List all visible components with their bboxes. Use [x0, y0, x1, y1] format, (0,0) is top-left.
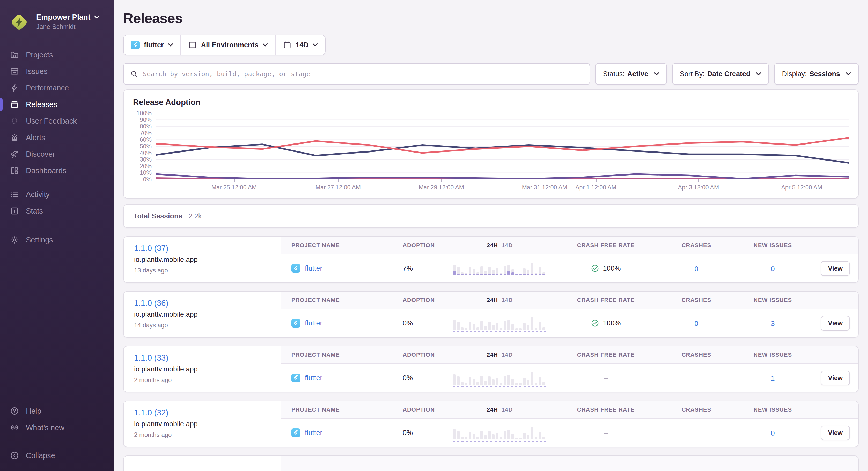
toggle-14d[interactable]: 14D	[501, 406, 513, 413]
sidebar-item-label: Releases	[26, 100, 57, 109]
release-version-link[interactable]: 1.1.0 (37)	[134, 244, 168, 253]
project-filter-label: flutter	[144, 41, 164, 49]
toggle-14d[interactable]: 14D	[501, 242, 513, 249]
view-button[interactable]: View	[820, 316, 850, 331]
display-dropdown[interactable]: Display: Sessions	[774, 63, 859, 85]
release-card: 1.1.0 (36) io.planttv.mobile.app 14 days…	[123, 291, 859, 338]
project-link[interactable]: flutter	[305, 319, 322, 327]
y-tick: 70%	[140, 130, 152, 136]
chart-title: Release Adoption	[133, 98, 849, 107]
search-input[interactable]: Search by version, build, package, or st…	[123, 63, 590, 85]
flutter-icon	[291, 319, 300, 328]
date-range-filter-label: 14D	[296, 41, 309, 49]
chevron-down-icon	[756, 72, 761, 76]
project-link[interactable]: flutter	[305, 429, 322, 437]
sidebar-item-projects[interactable]: Projects	[0, 46, 114, 63]
app: Empower Plant Jane Schmidt Projects Issu…	[0, 0, 868, 471]
activity-icon	[10, 190, 19, 199]
sidebar-nav-secondary: Activity Stats	[0, 186, 114, 219]
sidebar-item-stats[interactable]: Stats	[0, 203, 114, 219]
y-tick: 20%	[140, 163, 152, 170]
col-new-issues: NEW ISSUES	[734, 297, 812, 303]
help-icon	[10, 406, 19, 416]
col-project-name: PROJECT NAME	[291, 242, 403, 249]
col-adoption: ADOPTION	[403, 351, 447, 358]
new-issues-link[interactable]: 0	[771, 429, 775, 437]
search-placeholder: Search by version, build, package, or st…	[143, 70, 310, 78]
sidebar-item-user-feedback[interactable]: User Feedback	[0, 113, 114, 129]
view-button[interactable]: View	[820, 371, 850, 385]
project-link[interactable]: flutter	[305, 264, 322, 272]
crash-free-rate-cell: 100%	[553, 264, 659, 272]
total-sessions-label: Total Sessions	[133, 212, 182, 220]
sidebar-item-label: What's new	[26, 424, 64, 432]
sidebar-nav-settings: Settings	[0, 232, 114, 248]
release-version-link[interactable]: 1.1.0 (36)	[134, 299, 168, 308]
issues-icon	[10, 67, 19, 76]
user-feedback-icon	[10, 116, 19, 126]
sidebar-item-settings[interactable]: Settings	[0, 232, 114, 248]
org-name: Empower Plant	[36, 12, 91, 22]
toggle-24h[interactable]: 24H	[487, 351, 498, 358]
release-age: 13 days ago	[134, 267, 270, 274]
sidebar-item-discover[interactable]: Discover	[0, 146, 114, 162]
sidebar-item-alerts[interactable]: Alerts	[0, 129, 114, 146]
dashboards-icon	[10, 166, 19, 175]
sort-by-dropdown[interactable]: Sort By: Date Created	[672, 63, 769, 85]
crashes-link[interactable]: 0	[694, 320, 698, 328]
col-adoption: ADOPTION	[403, 406, 447, 413]
col-crash-free-rate: CRASH FREE RATE	[553, 406, 659, 413]
release-version-link[interactable]: 1.1.0 (32)	[134, 408, 168, 417]
release-row: flutter 0% 100% 0 3 View	[281, 309, 858, 337]
org-switcher[interactable]: Empower Plant Jane Schmidt	[0, 7, 114, 36]
sidebar-nav-footer: Help What's new	[0, 403, 114, 436]
crashes-link[interactable]: 0	[694, 265, 698, 273]
sidebar-item-releases[interactable]: Releases	[0, 96, 114, 113]
view-button[interactable]: View	[820, 426, 850, 440]
y-tick: 10%	[140, 169, 152, 176]
sidebar-item-dashboards[interactable]: Dashboards	[0, 162, 114, 179]
sidebar-nav: Projects Issues Performance Releases Use…	[0, 46, 114, 179]
sidebar-item-activity[interactable]: Activity	[0, 186, 114, 203]
sidebar-item-help[interactable]: Help	[0, 403, 114, 419]
environment-filter[interactable]: All Environments	[180, 35, 275, 55]
chart-y-axis: 0%10%20%30%40%50%60%70%80%90%100%	[133, 113, 156, 179]
sidebar-item-performance[interactable]: Performance	[0, 79, 114, 96]
flutter-icon	[291, 264, 300, 273]
x-tick-label: Mar 25 12:00 AM	[211, 184, 257, 191]
release-version-link[interactable]: 1.1.0 (33)	[134, 354, 168, 363]
crash-free-rate-cell: –	[553, 374, 659, 382]
project-link[interactable]: flutter	[305, 374, 322, 382]
release-package: io.planttv.mobile.app	[134, 365, 270, 373]
col-project-name: PROJECT NAME	[291, 351, 403, 358]
sidebar-item-whats-new[interactable]: What's new	[0, 419, 114, 436]
toggle-24h[interactable]: 24H	[487, 406, 498, 413]
sidebar-collapse-button[interactable]: Collapse	[0, 447, 114, 464]
view-button[interactable]: View	[820, 261, 850, 276]
toggle-24h[interactable]: 24H	[487, 297, 498, 303]
col-crashes: CRASHES	[659, 297, 734, 303]
new-issues-link[interactable]: 3	[771, 320, 775, 328]
release-package: io.planttv.mobile.app	[134, 256, 270, 264]
window-icon	[188, 41, 197, 49]
sidebar-item-label: Performance	[26, 84, 69, 92]
project-filter[interactable]: flutter	[124, 35, 180, 55]
toggle-14d[interactable]: 14D	[501, 297, 513, 303]
sidebar-item-label: Discover	[26, 150, 55, 159]
col-crash-free-rate: CRASH FREE RATE	[553, 242, 659, 249]
chevron-down-icon	[313, 43, 318, 47]
performance-icon	[10, 83, 19, 93]
adoption-sparkline	[453, 316, 546, 330]
date-range-filter[interactable]: 14D	[275, 35, 325, 55]
col-crashes: CRASHES	[659, 242, 734, 249]
col-adoption: ADOPTION	[403, 297, 447, 303]
new-issues-link[interactable]: 0	[771, 265, 775, 273]
toggle-14d[interactable]: 14D	[501, 351, 513, 358]
toggle-24h[interactable]: 24H	[487, 242, 498, 249]
sidebar-item-issues[interactable]: Issues	[0, 63, 114, 79]
new-issues-link[interactable]: 1	[771, 375, 775, 382]
y-tick: 60%	[140, 136, 152, 143]
status-dropdown[interactable]: Status: Active	[595, 63, 667, 85]
crash-free-rate-cell: –	[553, 429, 659, 437]
flutter-icon	[291, 428, 300, 437]
